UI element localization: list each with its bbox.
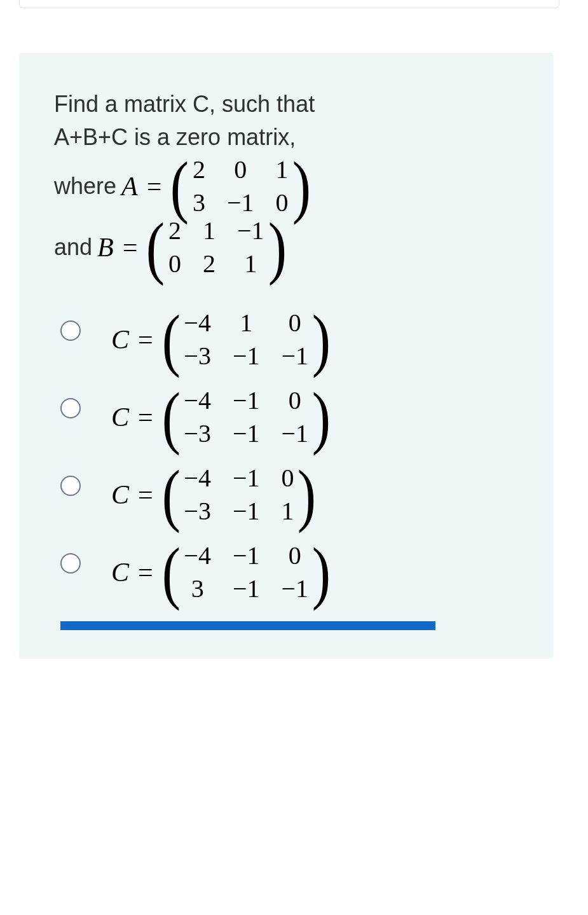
variable-C: C	[111, 557, 129, 588]
matrix-cell: −1	[233, 389, 260, 413]
matrix-cell: −1	[233, 544, 260, 568]
equals-sign: =	[138, 324, 153, 355]
matrix-cell: −1	[237, 219, 264, 243]
option-3[interactable]: C = ( −4−3 −1−1 01 )	[54, 466, 534, 523]
variable-C: C	[111, 402, 129, 432]
options-list: C = ( −4−3 1−1 0−1 ) C = (	[54, 311, 534, 601]
option-4-content: C = ( −43 −1−1 0−1 )	[106, 544, 333, 601]
matrix-cell: −1	[233, 577, 260, 601]
radio-option-4[interactable]	[60, 553, 81, 574]
option-4[interactable]: C = ( −43 −1−1 0−1 )	[54, 544, 534, 601]
question-line-2: A+B+C is a zero matrix,	[54, 124, 296, 150]
matrix-cell: −3	[184, 422, 211, 446]
matrix-cell: 2	[168, 219, 181, 243]
matrix-cell: 0	[289, 389, 301, 413]
option-2-matrix: ( −4−3 −1−1 0−1 )	[160, 389, 333, 446]
matrix-cell: −1	[281, 577, 308, 601]
option-1-matrix: ( −4−3 1−1 0−1 )	[160, 311, 333, 368]
matrix-cell: −4	[184, 544, 211, 568]
matrix-cell: −4	[184, 389, 211, 413]
equals-sign: =	[138, 402, 153, 432]
matrix-cell: 0	[234, 158, 247, 182]
matrix-cell: 1	[203, 219, 215, 243]
option-2-content: C = ( −4−3 −1−1 0−1 )	[106, 389, 333, 446]
matrix-B-definition: and B = ( 20 12 −11 )	[54, 219, 534, 276]
option-1-content: C = ( −4−3 1−1 0−1 )	[106, 311, 333, 368]
matrix-cell: 3	[193, 191, 205, 215]
matrix-B: ( 20 12 −11 )	[144, 219, 289, 276]
matrix-cell: −4	[184, 311, 211, 335]
matrix-cell: −1	[281, 344, 308, 368]
matrix-cell: −4	[184, 466, 211, 490]
matrix-cell: −1	[233, 499, 260, 523]
radio-option-1[interactable]	[60, 320, 81, 341]
question-panel: Find a matrix C, such that A+B+C is a ze…	[19, 53, 553, 659]
matrix-cell: −1	[233, 344, 260, 368]
variable-C: C	[111, 479, 129, 510]
equals-sign: =	[147, 171, 162, 202]
matrix-cell: −3	[184, 344, 211, 368]
matrix-cell: 2	[193, 158, 205, 182]
matrix-cell: −1	[233, 466, 260, 490]
matrix-cell: 2	[203, 252, 215, 276]
matrix-cell: 0	[281, 466, 294, 490]
option-3-matrix: ( −4−3 −1−1 01 )	[160, 466, 318, 523]
matrix-cell: 0	[289, 311, 301, 335]
matrix-A: ( 23 0−1 10 )	[168, 158, 313, 215]
radio-option-3[interactable]	[60, 476, 81, 496]
matrix-cell: 1	[281, 499, 294, 523]
option-3-content: C = ( −4−3 −1−1 01 )	[106, 466, 318, 523]
question-text: Find a matrix C, such that A+B+C is a ze…	[54, 88, 534, 154]
matrix-cell: 0	[168, 252, 181, 276]
matrix-cell: 1	[240, 311, 252, 335]
matrix-cell: −1	[233, 422, 260, 446]
toolbar-border-remnant	[19, 0, 559, 8]
matrix-cell: 1	[244, 252, 257, 276]
question-line-1: Find a matrix C, such that	[54, 91, 315, 117]
progress-bar	[60, 621, 435, 630]
option-2[interactable]: C = ( −4−3 −1−1 0−1 )	[54, 389, 534, 446]
matrix-cell: −1	[227, 191, 254, 215]
and-label: and	[54, 234, 92, 261]
radio-option-2[interactable]	[60, 398, 81, 418]
matrix-cell: 0	[289, 544, 301, 568]
matrix-cell: −3	[184, 499, 211, 523]
equals-sign: =	[138, 479, 153, 510]
matrix-A-definition: where A = ( 23 0−1 10 )	[54, 158, 534, 215]
variable-C: C	[111, 324, 129, 355]
matrix-cell: 1	[276, 158, 289, 182]
variable-A: A	[121, 171, 138, 202]
variable-B: B	[97, 232, 114, 263]
matrix-cell: 3	[191, 577, 204, 601]
option-4-matrix: ( −43 −1−1 0−1 )	[160, 544, 333, 601]
equals-sign: =	[123, 232, 138, 263]
option-1[interactable]: C = ( −4−3 1−1 0−1 )	[54, 311, 534, 368]
equals-sign: =	[138, 557, 153, 588]
where-label: where	[54, 173, 116, 200]
matrix-cell: −1	[281, 422, 308, 446]
